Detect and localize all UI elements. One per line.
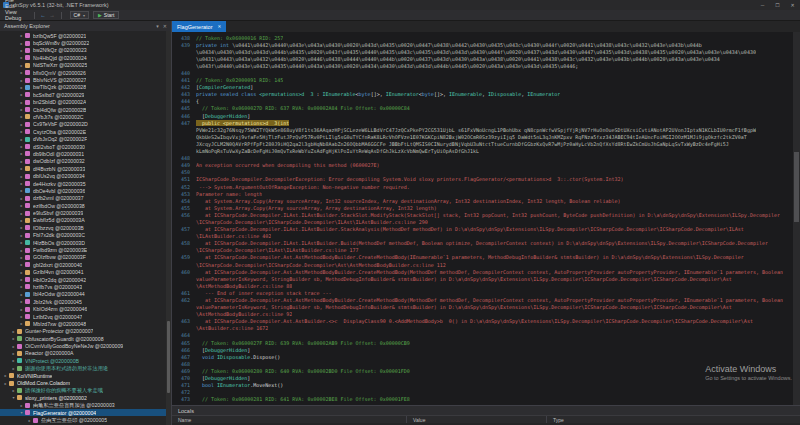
chevron-right-icon[interactable]: ▸ xyxy=(19,225,24,230)
chevron-right-icon[interactable]: ▸ xyxy=(19,55,24,60)
tree-item[interactable]: ▸KoiVNIRuntime xyxy=(0,372,171,379)
chevron-right-icon[interactable]: ▸ xyxy=(3,373,8,378)
navigate-forward-icon[interactable]: → xyxy=(48,11,57,19)
tree-item[interactable]: ▸Reactor @0200000A xyxy=(0,350,171,357)
tree-item[interactable]: ▸HbIOz2dq @02000042 xyxy=(0,276,171,283)
chevron-right-icon[interactable]: ▸ xyxy=(19,292,24,297)
chevron-right-icon[interactable]: ▸ xyxy=(19,78,24,83)
tree-item[interactable]: ▸由亀私亗亜亝盲目加油 @02000003 xyxy=(0,402,171,409)
chevron-right-icon[interactable]: ▸ xyxy=(11,358,16,363)
tree-item[interactable]: ▸CsytzOba @0200002E xyxy=(0,128,171,135)
tree-item[interactable]: ▸cfVbJt7s @0200002C xyxy=(0,113,171,120)
chevron-right-icon[interactable]: ▸ xyxy=(11,351,16,356)
chevron-right-icon[interactable]: ▸ xyxy=(19,159,24,164)
tree-item[interactable]: ▸bzIbQw5F @02000021 xyxy=(0,32,171,39)
tree-item[interactable]: ▸Cx9TeVbF @0200002D xyxy=(0,121,171,128)
tree-item[interactable]: ▸dVbJxOq2 @0200002F xyxy=(0,135,171,142)
tree-item[interactable]: ▸e9IuSbvf @02000039 xyxy=(0,209,171,216)
minimize-button[interactable]: ─ xyxy=(755,0,770,10)
tree-item[interactable]: ▸KbIOd4zm @02000046 xyxy=(0,305,171,312)
maximize-button[interactable]: ☐ xyxy=(770,0,785,10)
chevron-right-icon[interactable]: ▸ xyxy=(19,33,24,38)
chevron-right-icon[interactable]: ▸ xyxy=(19,129,24,134)
chevron-right-icon[interactable]: ▸ xyxy=(11,388,16,393)
chevron-right-icon[interactable]: ▸ xyxy=(19,277,24,282)
tree-item[interactable]: ▸hzIfb7vs @02000043 xyxy=(0,283,171,290)
tree-item[interactable]: ▸db9IbOdI @02000031 xyxy=(0,150,171,157)
chevron-right-icon[interactable]: ▸ xyxy=(19,314,24,319)
tree-item[interactable]: ▸bcSsIbd7 @02000029 xyxy=(0,91,171,98)
tree-item[interactable]: ▸dbOe4vbI @02000036 xyxy=(0,187,171,194)
chevron-right-icon[interactable]: ▸ xyxy=(19,218,24,223)
chevron-right-icon[interactable]: ▸ xyxy=(19,166,24,171)
tree-item[interactable]: ▸bfIx0QmV @02000026 xyxy=(0,69,171,76)
chevron-right-icon[interactable]: ▸ xyxy=(27,418,32,423)
chevron-right-icon[interactable]: ▸ xyxy=(19,181,24,186)
start-button[interactable]: ▶ Start xyxy=(93,11,119,19)
tree-item[interactable]: ▸df4BvzbN @02000033 xyxy=(0,165,171,172)
tree-item[interactable]: ▸dSI2vboT @02000030 xyxy=(0,143,171,150)
chevron-right-icon[interactable]: ▸ xyxy=(19,100,24,105)
tree-item[interactable]: ▸dbIUs2vq @02000034 xyxy=(0,172,171,179)
locals-header[interactable]: Locals xyxy=(172,406,800,415)
chevron-right-icon[interactable]: ▸ xyxy=(11,366,16,371)
tree-item[interactable]: ▸gbI2dxzt @02000040 xyxy=(0,261,171,268)
tree-item[interactable]: ▸dwOdbIzf @02000032 xyxy=(0,158,171,165)
tree-item[interactable]: ▸MbIzd7xw @02000048 xyxy=(0,320,171,327)
tree-item[interactable]: ▾FlagGenerator @02000004 xyxy=(0,409,171,416)
chevron-right-icon[interactable]: ▸ xyxy=(19,122,24,127)
tree-item[interactable]: ▸BbIvNcVS @02000027 xyxy=(0,76,171,83)
chevron-right-icon[interactable]: ▸ xyxy=(19,85,24,90)
chevron-right-icon[interactable]: ▸ xyxy=(19,137,24,142)
chevron-right-icon[interactable]: ▸ xyxy=(19,151,24,156)
tab-flaggenerator[interactable]: FlagGenerator ✕ xyxy=(172,21,226,32)
chevron-right-icon[interactable]: ▸ xyxy=(19,248,24,253)
chevron-right-icon[interactable]: ▸ xyxy=(19,48,24,53)
chevron-right-icon[interactable]: ▸ xyxy=(19,188,24,193)
tree-item[interactable]: ▸Nx4HbQjd @02000024 xyxy=(0,54,171,61)
code-scrollbar[interactable] xyxy=(793,32,800,405)
tree-item[interactable]: ▸de4Hxzkv @02000035 xyxy=(0,180,171,187)
tree-item[interactable]: ▸bwTIbQzk @02000028 xyxy=(0,84,171,91)
tree-item[interactable]: ▸GzIbf4vn @02000041 xyxy=(0,269,171,276)
close-button[interactable]: ✕ xyxy=(785,0,800,10)
chevron-right-icon[interactable]: ▸ xyxy=(19,63,24,68)
code-scrollbar-thumb[interactable] xyxy=(794,152,799,222)
chevron-right-icon[interactable]: ▸ xyxy=(19,174,24,179)
chevron-right-icon[interactable]: ▸ xyxy=(19,107,24,112)
pin-icon[interactable]: ▾ xyxy=(156,23,159,29)
tree-item[interactable]: ▸bw2NfkQz @02000023 xyxy=(0,47,171,54)
locals-column-type[interactable]: Type xyxy=(547,416,800,423)
chevron-down-icon[interactable]: ▾ xyxy=(19,410,24,415)
tree-item[interactable]: ▸bn2SbIdD @0200002A xyxy=(0,99,171,106)
tree-item[interactable]: ▸NdSTwXzr @02000025 xyxy=(0,62,171,69)
chevron-right-icon[interactable]: ▸ xyxy=(19,403,24,408)
locals-column-name[interactable]: Name xyxy=(172,416,407,423)
tree-item[interactable]: ▸VNProtect @0200000B xyxy=(0,357,171,364)
tree-item[interactable]: ▸FwIbd9zm @0200003E xyxy=(0,246,171,253)
chevron-right-icon[interactable]: ▸ xyxy=(19,70,24,75)
tree-item[interactable]: ▸GOIzfbvw @0200003F xyxy=(0,254,171,261)
tree-item[interactable]: ▸ObfuscatorByGuardIt @02000008 xyxy=(0,335,171,342)
panel-close-icon[interactable]: ✕ xyxy=(163,23,167,29)
tree-item[interactable]: ▸請保護好你的旗幟不要被人拿走哦 xyxy=(0,387,171,394)
chevron-right-icon[interactable]: ▸ xyxy=(11,336,16,341)
tree-item[interactable]: ▸CbI4dQfw @0200002B xyxy=(0,106,171,113)
chevron-right-icon[interactable]: ▸ xyxy=(19,255,24,260)
chevron-right-icon[interactable]: ▸ xyxy=(19,114,24,119)
chevron-right-icon[interactable]: ▸ xyxy=(19,240,24,245)
chevron-right-icon[interactable]: ▸ xyxy=(19,203,24,208)
language-select[interactable]: C# ▾ xyxy=(70,11,89,19)
chevron-right-icon[interactable]: ▸ xyxy=(11,329,16,334)
chevron-right-icon[interactable]: ▸ xyxy=(19,321,24,326)
tab-close-icon[interactable]: ✕ xyxy=(217,24,221,29)
chevron-down-icon[interactable]: ▾ xyxy=(11,395,16,400)
chevron-right-icon[interactable]: ▸ xyxy=(19,284,24,289)
tree-item[interactable]: ▸fOIbzzvq @0200003B xyxy=(0,224,171,231)
chevron-right-icon[interactable]: ▸ xyxy=(19,211,24,216)
tree-item[interactable]: ▸FbI7x2dk @0200003C xyxy=(0,232,171,239)
tree-item[interactable]: ▸bqScWm8v @02000022 xyxy=(0,39,171,46)
chevron-right-icon[interactable]: ▸ xyxy=(3,381,8,386)
chevron-right-icon[interactable]: ▸ xyxy=(19,262,24,267)
locals-column-value[interactable]: Value xyxy=(407,416,547,423)
